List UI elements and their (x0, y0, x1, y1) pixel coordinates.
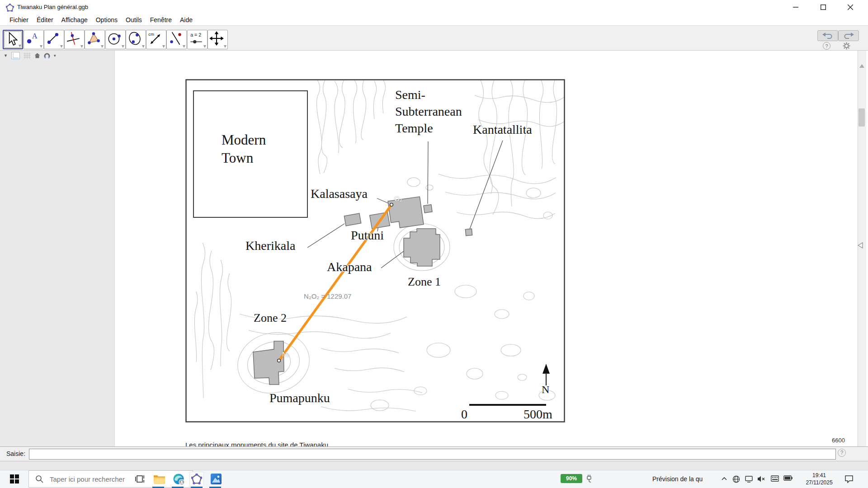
tool-polygon[interactable] (85, 30, 105, 49)
tray-touch-keyboard-icon[interactable] (771, 475, 779, 482)
task-view-icon (135, 474, 145, 483)
tool-reflect[interactable] (166, 30, 187, 49)
taskbar-clock[interactable]: 19:41 27/11/2025 (804, 472, 835, 486)
undo-button[interactable] (817, 30, 838, 41)
stylebar-collapse-button[interactable]: ▼ (4, 53, 8, 58)
reflect-icon (167, 30, 184, 47)
building-semi-subterranean-temple (424, 205, 432, 213)
menu-fenetre[interactable]: Fenêtre (146, 15, 176, 24)
distance-measure-icon: cm (146, 30, 164, 47)
start-button[interactable] (7, 472, 22, 486)
tool-segment[interactable] (44, 30, 64, 49)
window-title: Tiwanaku Plan général.ggb (17, 4, 88, 10)
close-icon (848, 5, 853, 10)
minimize-icon (793, 5, 798, 10)
geogebra-app-icon (191, 474, 202, 484)
taskbar-geogebra-active[interactable] (189, 472, 204, 486)
window-bottom-edge (0, 461, 868, 470)
conic-icon (126, 30, 143, 47)
tool-dropdown-caret[interactable] (101, 45, 104, 48)
point-label-o2: O₂ (394, 195, 402, 202)
tray-display-icon[interactable] (745, 475, 753, 483)
circle-icon (106, 30, 123, 47)
tray-network-globe-icon[interactable] (732, 475, 740, 483)
panel-collapse-arrow-icon[interactable] (858, 242, 863, 249)
canvas-corner-value: 6600 (832, 437, 845, 444)
svg-text:cm: cm (148, 32, 154, 37)
point-o2[interactable] (390, 203, 393, 206)
taskbar-search[interactable] (28, 470, 193, 488)
maximize-icon (821, 5, 826, 10)
charger-plug-icon[interactable] (585, 474, 593, 483)
tool-dropdown-caret[interactable] (122, 45, 124, 48)
tool-dropdown-caret[interactable] (60, 45, 63, 48)
graphics-style-bar: ▼ ▾ (4, 52, 56, 60)
scrollbar-thumb[interactable] (859, 108, 865, 127)
tool-dropdown-caret[interactable] (183, 45, 185, 48)
file-explorer-icon (153, 474, 165, 484)
tool-perpendicular-line[interactable] (64, 30, 85, 49)
input-help-button[interactable]: ? (838, 449, 846, 457)
north-arrow (542, 364, 550, 385)
menu-options[interactable]: Options (92, 15, 122, 24)
taskbar-file-explorer[interactable] (152, 472, 166, 486)
tool-point[interactable]: A (24, 30, 44, 49)
home-button[interactable] (34, 53, 40, 59)
show-grid-button[interactable] (24, 52, 31, 59)
graphics-view[interactable]: ▼ ▾ (0, 51, 868, 446)
settings-button[interactable] (843, 42, 850, 52)
close-button[interactable] (840, 0, 861, 14)
battery-percentage-badge[interactable]: 90% (561, 474, 582, 483)
menu-outils[interactable]: Outils (122, 15, 146, 24)
clock-date: 27/11/2025 (804, 479, 835, 486)
label-kalasasaya: Kalasasaya (311, 187, 368, 201)
action-center-icon[interactable] (844, 475, 854, 483)
tool-circle[interactable] (105, 30, 126, 49)
segment-value-label: N₂O₂ = 1229.07 (304, 292, 351, 300)
tool-dropdown-caret[interactable] (224, 45, 226, 48)
tool-dropdown-caret[interactable] (80, 45, 83, 48)
redo-button[interactable] (838, 30, 859, 41)
tool-conic[interactable] (126, 30, 146, 49)
algebra-input-bar: Saisie: ? (0, 446, 868, 461)
scale-zero-label: 0 (461, 407, 467, 422)
help-glyph: ? (825, 43, 828, 49)
menu-editer[interactable]: Éditer (33, 15, 57, 24)
tool-move[interactable] (3, 30, 23, 49)
taskbar-edge-browser[interactable] (171, 472, 186, 486)
svg-text:A: A (32, 32, 38, 40)
tool-distance[interactable]: cm (146, 30, 166, 49)
menu-affichage[interactable]: Affichage (57, 15, 92, 24)
help-button[interactable]: ? (823, 42, 830, 50)
building-akapana (404, 229, 440, 266)
point-capturing-magnet-button[interactable] (44, 52, 50, 59)
task-view-button[interactable] (133, 472, 147, 486)
taskbar-photos[interactable] (209, 472, 223, 486)
point-n2[interactable] (278, 359, 281, 362)
tray-chevron-up-icon[interactable] (721, 475, 728, 483)
point-label-n2: N₂ (282, 350, 290, 358)
tool-dropdown-caret[interactable] (162, 45, 165, 48)
tool-dropdown-caret[interactable] (40, 45, 42, 48)
tool-dropdown-caret[interactable] (203, 45, 206, 48)
title-bar: Tiwanaku Plan général.ggb (0, 0, 868, 14)
tray-battery-icon[interactable] (783, 475, 793, 481)
tool-dropdown-caret[interactable] (19, 45, 21, 47)
show-axes-button[interactable] (11, 52, 20, 59)
move-view-icon (208, 30, 225, 47)
stylebar-dropdown-caret[interactable]: ▾ (54, 53, 56, 58)
menu-aide[interactable]: Aide (176, 15, 197, 24)
tool-slider[interactable]: a = 2 (187, 30, 208, 49)
label-akapana: Akapana (327, 260, 372, 274)
maximize-button[interactable] (813, 0, 834, 14)
menu-fichier[interactable]: Fichier (5, 15, 33, 24)
gear-icon (843, 42, 850, 50)
tool-dropdown-caret[interactable] (142, 45, 145, 48)
command-input[interactable] (29, 449, 836, 460)
minimize-button[interactable] (785, 0, 806, 14)
scrollbar-up-icon[interactable] (859, 64, 864, 68)
tiwanaku-map-image: ModernTown Semi- Subterranean Temple Kan… (185, 79, 565, 422)
tray-volume-muted-icon[interactable] (757, 475, 765, 483)
tool-move-graphics-view[interactable] (208, 30, 228, 49)
news-widget-text[interactable]: Prévision de la qu (652, 475, 703, 483)
